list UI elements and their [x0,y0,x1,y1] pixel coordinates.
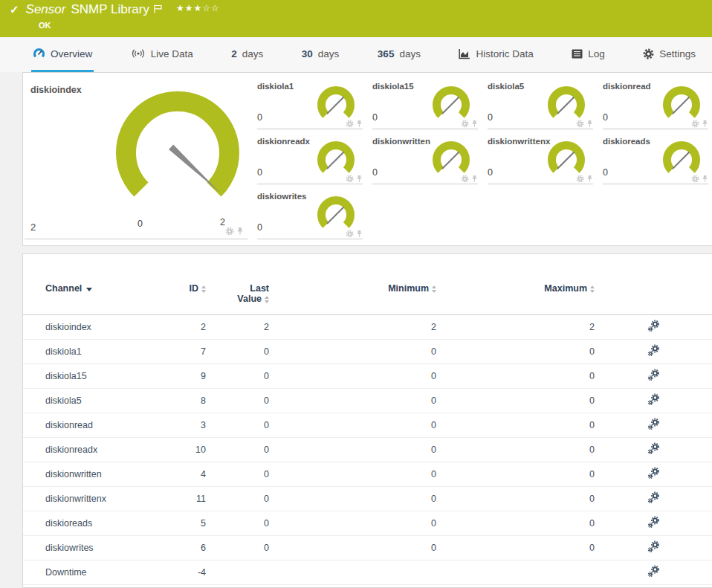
pin-icon[interactable] [471,120,478,128]
gauge-tile-diskiola5[interactable]: diskiola5 0 [488,79,593,129]
column-header-channel[interactable]: Channel [23,254,172,315]
gear-icon[interactable] [346,175,354,183]
pin-icon[interactable] [356,120,363,128]
gauge-tile-actions [346,230,363,238]
channel-settings-gears-icon[interactable] [647,516,660,529]
gauge-tile-diskionread[interactable]: diskionread 0 [603,79,708,129]
pin-icon[interactable] [356,230,363,238]
gauge-tile-diskionreadx[interactable]: diskionreadx 0 [257,134,363,184]
channel-settings-gears-icon[interactable] [647,320,660,332]
channel-maximum: 0 [436,364,595,389]
channel-name: Downtime [23,560,172,585]
table-row: diskioindex 2 2 2 2 [23,315,712,340]
gauge-tile-diskionwrittenx[interactable]: diskionwrittenx 0 [488,134,593,184]
channel-minimum: 0 [269,462,436,487]
pin-icon[interactable] [471,175,478,183]
channel-last-value: 0 [206,438,269,462]
gauge-tile-diskiowrites[interactable]: diskiowrites 0 [257,189,363,239]
channel-settings-gears-icon[interactable] [647,491,660,504]
pin-icon[interactable] [236,227,244,236]
pin-icon[interactable] [702,120,708,128]
pin-icon[interactable] [356,175,363,183]
gauge-tile-diskioreads[interactable]: diskioreads 0 [603,134,708,184]
gear-icon[interactable] [346,230,354,238]
column-header-maximum[interactable]: Maximum [436,254,595,315]
pin-icon[interactable] [702,175,708,183]
table-row: diskionwritten 4 0 0 0 [23,462,712,487]
sort-icon [432,285,436,293]
tab-365-days[interactable]: 365 days [376,37,422,72]
tab-historic-data[interactable]: Historic Data [457,37,534,72]
pin-icon[interactable] [586,120,593,128]
priority-stars[interactable]: ★★★☆☆ [176,3,220,13]
column-header-minimum[interactable]: Minimum [269,254,436,315]
column-header-id[interactable]: ID [172,254,206,315]
tab-label: Log [588,48,605,59]
gauge-tile-diskiola1[interactable]: diskiola1 0 [257,79,363,129]
gauge-dial [662,86,701,123]
channel-settings-gears-icon[interactable] [647,540,660,553]
gear-icon[interactable] [691,175,699,183]
gauge-dial [432,86,470,123]
gear-icon[interactable] [346,120,354,128]
channel-minimum: 0 [269,536,436,560]
gauge-title: diskiowrites [257,192,306,201]
gear-icon[interactable] [691,120,699,128]
channel-minimum: 0 [269,340,436,364]
channel-last-value: 0 [206,389,269,413]
channel-minimum: 0 [269,511,436,536]
channel-settings-gears-icon[interactable] [647,418,660,430]
channel-maximum: 0 [436,487,595,511]
channel-settings-gears-icon[interactable] [647,393,660,406]
gauge-tile-actions [461,120,478,128]
gauge-current-value: 0 [372,167,378,178]
gauge-tile-actions [346,175,363,183]
channel-maximum: 2 [436,315,595,340]
channel-settings-gears-icon[interactable] [647,344,660,357]
gauge-dial [547,86,586,123]
gear-icon[interactable] [461,175,469,183]
tab-2-days[interactable]: 2 days [230,37,265,72]
channel-name: diskioreads [23,511,172,536]
channel-settings-gears-icon[interactable] [647,565,660,578]
tab-log[interactable]: Log [570,37,606,72]
channel-settings-gears-icon[interactable] [647,369,660,381]
channel-last-value: 0 [206,413,269,438]
tab-label: Historic Data [476,48,533,59]
channel-settings-gears-icon[interactable] [647,442,660,455]
gauge-tile-diskiola15[interactable]: diskiola15 0 [372,79,478,129]
tab-settings[interactable]: Settings [641,37,697,72]
tab-30-days[interactable]: 30 days [300,37,341,72]
channel-name: diskiola1 [23,340,172,364]
gauge-dial [114,91,241,208]
gear-icon[interactable] [461,120,469,128]
gauge-tile-diskioindex[interactable]: diskioindex 2 0 2 [25,79,248,239]
flag-icon[interactable] [154,4,163,13]
gauge-title: diskiola5 [488,82,524,91]
channel-last-value: 2 [206,315,269,340]
gauge-title: diskionwritten [372,137,430,146]
tab-overview[interactable]: Overview [31,37,94,72]
gauge-title: diskioreads [603,137,650,146]
channel-last-value: 0 [206,462,269,487]
channel-minimum: 0 [269,413,436,438]
gauge-current-value: 2 [30,222,36,233]
column-header-last-value[interactable]: Last Value [206,254,269,315]
gauge-current-value: 0 [488,112,493,123]
gauge-dial [662,141,701,178]
channel-maximum: 0 [436,413,595,438]
gear-icon[interactable] [576,120,584,128]
gauge-tile-diskionwritten[interactable]: diskionwritten 0 [372,134,478,184]
pin-icon[interactable] [586,175,593,183]
table-row: diskionwrittenx 11 0 0 0 [23,487,712,511]
gauge-title: diskionread [603,82,651,91]
gear-icon[interactable] [225,227,234,236]
status-ok-check-icon: ✓ [10,3,19,16]
channel-minimum [269,560,436,585]
channel-settings-gears-icon[interactable] [647,467,660,479]
gear-icon[interactable] [576,175,584,183]
gauge-dial [432,141,470,178]
channels-panel: Channel ID Last Value Minimum Maximum di… [22,253,712,588]
channel-id: 8 [172,389,206,413]
tab-live-data[interactable]: Live Data [129,37,195,72]
